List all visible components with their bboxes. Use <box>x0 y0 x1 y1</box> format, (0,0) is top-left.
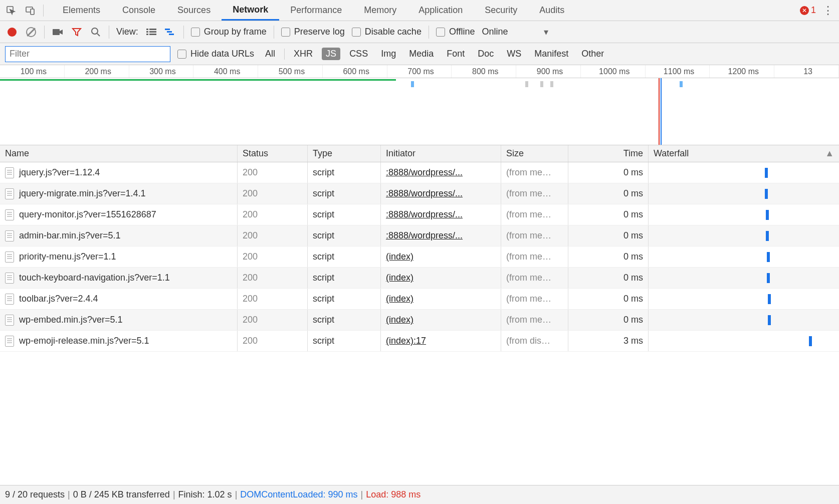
request-type: script <box>308 331 381 351</box>
file-icon <box>5 294 14 305</box>
filter-type-doc[interactable]: Doc <box>474 48 498 60</box>
filter-type-all[interactable]: All <box>261 48 279 60</box>
more-icon[interactable]: ⋮ <box>822 5 834 17</box>
initiator-link[interactable]: (index) <box>386 315 413 325</box>
filter-icon[interactable] <box>71 26 83 38</box>
filter-type-xhr[interactable]: XHR <box>290 48 317 60</box>
offline-toggle[interactable]: Offline <box>436 27 475 37</box>
group-by-frame-toggle[interactable]: Group by frame <box>191 27 267 37</box>
file-icon <box>5 336 14 347</box>
device-toggle-icon[interactable] <box>24 5 36 17</box>
chevron-down-icon[interactable]: ▾ <box>540 26 552 38</box>
filter-type-manifest[interactable]: Manifest <box>530 48 572 60</box>
tab-elements[interactable]: Elements <box>52 0 111 21</box>
table-row[interactable]: query-monitor.js?ver=1551628687200script… <box>0 204 839 225</box>
filter-type-css[interactable]: CSS <box>345 48 372 60</box>
load-time: Load: 988 ms <box>366 489 421 500</box>
svg-rect-8 <box>149 31 156 33</box>
overview-timeline[interactable]: 100 ms200 ms300 ms400 ms500 ms600 ms700 … <box>0 65 839 145</box>
tab-network[interactable]: Network <box>222 0 279 21</box>
initiator-link[interactable]: (index) <box>386 251 413 262</box>
tab-sources[interactable]: Sources <box>166 0 222 21</box>
timeline-tick: 100 ms <box>0 65 65 78</box>
error-icon: ✕ <box>800 6 809 15</box>
filter-input[interactable] <box>5 46 170 62</box>
tab-audits[interactable]: Audits <box>528 0 575 21</box>
timeline-tick: 13 <box>774 65 839 78</box>
tab-performance[interactable]: Performance <box>279 0 353 21</box>
request-time: 0 ms <box>568 225 649 246</box>
tab-memory[interactable]: Memory <box>353 0 407 21</box>
request-table: Name Status Type Initiator Size Time Wat… <box>0 145 839 485</box>
svg-rect-3 <box>53 29 60 35</box>
file-icon <box>5 315 14 326</box>
error-counter[interactable]: ✕ 1 <box>800 5 816 16</box>
throttling-select[interactable]: Online <box>482 27 508 37</box>
request-time: 0 ms <box>568 268 649 288</box>
timeline-marker <box>550 81 553 87</box>
initiator-link[interactable]: (index) <box>386 294 413 304</box>
filter-type-font[interactable]: Font <box>443 48 469 60</box>
initiator-link[interactable]: :8888/wordpress/... <box>386 188 463 199</box>
file-icon <box>5 273 14 284</box>
disable-cache-toggle[interactable]: Disable cache <box>352 27 422 37</box>
tab-console[interactable]: Console <box>111 0 166 21</box>
table-row[interactable]: wp-embed.min.js?ver=5.1200script(index)(… <box>0 310 839 331</box>
request-size: (from me… <box>501 225 568 246</box>
table-row[interactable]: admin-bar.min.js?ver=5.1200script:8888/w… <box>0 225 839 246</box>
col-initiator[interactable]: Initiator <box>381 145 501 162</box>
svg-rect-5 <box>146 29 148 30</box>
request-name: admin-bar.min.js?ver=5.1 <box>19 230 121 241</box>
waterfall-bar <box>809 336 812 346</box>
list-view-icon[interactable] <box>145 26 157 38</box>
clear-button[interactable] <box>25 26 37 38</box>
preserve-log-toggle[interactable]: Preserve log <box>281 27 345 37</box>
waterfall-bar <box>768 315 771 325</box>
timeline-marker <box>680 81 683 87</box>
request-status: 200 <box>238 225 308 246</box>
file-icon <box>5 251 14 263</box>
hide-data-urls-toggle[interactable]: Hide data URLs <box>177 49 254 59</box>
filter-type-ws[interactable]: WS <box>503 48 525 60</box>
svg-rect-7 <box>146 31 148 33</box>
col-size[interactable]: Size <box>501 145 568 162</box>
table-row[interactable]: jquery-migrate.min.js?ver=1.4.1200script… <box>0 183 839 204</box>
filter-type-js[interactable]: JS <box>322 48 340 60</box>
col-name[interactable]: Name <box>0 145 238 162</box>
search-icon[interactable] <box>90 26 102 38</box>
tab-security[interactable]: Security <box>474 0 528 21</box>
request-type: script <box>308 246 381 267</box>
table-row[interactable]: touch-keyboard-navigation.js?ver=1.1200s… <box>0 268 839 289</box>
table-row[interactable]: jquery.js?ver=1.12.4200script:8888/wordp… <box>0 162 839 183</box>
initiator-link[interactable]: :8888/wordpress/... <box>386 167 463 178</box>
timeline-tick: 1200 ms <box>710 65 774 78</box>
svg-rect-13 <box>169 34 174 35</box>
initiator-link[interactable]: (index) <box>386 273 413 283</box>
filter-type-media[interactable]: Media <box>405 48 438 60</box>
initiator-link[interactable]: (index):17 <box>386 336 426 346</box>
transfer-summary: 0 B / 245 KB transferred <box>73 489 170 500</box>
request-name: jquery-migrate.min.js?ver=1.4.1 <box>19 188 146 199</box>
sort-arrow-icon: ▲ <box>825 148 834 159</box>
record-button[interactable] <box>6 26 18 38</box>
svg-rect-10 <box>149 34 156 35</box>
request-status: 200 <box>238 331 308 351</box>
timeline-tick: 800 ms <box>452 65 516 78</box>
filter-type-other[interactable]: Other <box>577 48 608 60</box>
filter-type-img[interactable]: Img <box>377 48 400 60</box>
svg-rect-6 <box>149 29 156 30</box>
table-row[interactable]: priority-menu.js?ver=1.1200script(index)… <box>0 246 839 268</box>
initiator-link[interactable]: :8888/wordpress/... <box>386 230 463 241</box>
timeline-tick: 700 ms <box>387 65 452 78</box>
col-status[interactable]: Status <box>238 145 308 162</box>
col-time[interactable]: Time <box>568 145 649 162</box>
col-type[interactable]: Type <box>308 145 381 162</box>
waterfall-view-icon[interactable] <box>164 26 176 38</box>
col-waterfall[interactable]: Waterfall▲ <box>649 145 839 162</box>
camera-icon[interactable] <box>52 26 64 38</box>
inspect-icon[interactable] <box>5 5 17 17</box>
table-row[interactable]: wp-emoji-release.min.js?ver=5.1200script… <box>0 331 839 352</box>
table-row[interactable]: toolbar.js?ver=2.4.4200script(index)(fro… <box>0 289 839 310</box>
initiator-link[interactable]: :8888/wordpress/... <box>386 209 463 220</box>
tab-application[interactable]: Application <box>407 0 474 21</box>
